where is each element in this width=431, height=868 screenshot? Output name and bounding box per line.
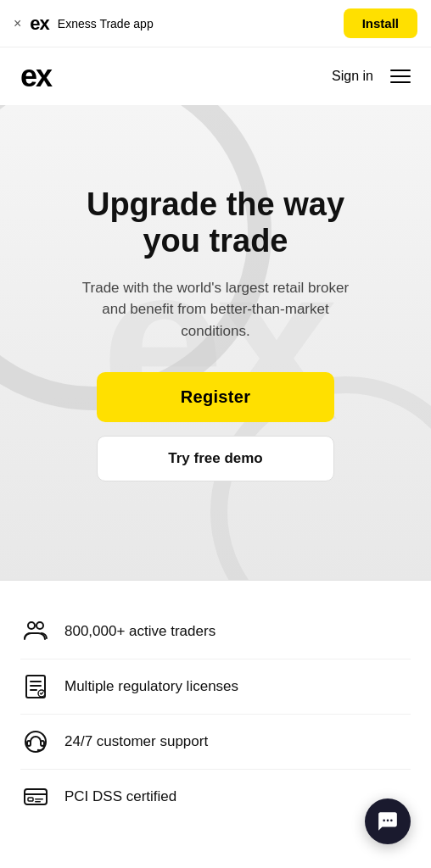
chat-icon — [377, 810, 399, 832]
demo-button[interactable]: Try free demo — [97, 436, 334, 481]
svg-point-0 — [28, 622, 35, 629]
svg-point-17 — [387, 820, 389, 822]
feature-item-licenses: Multiple regulatory licenses — [20, 659, 411, 715]
nav-logo: ex — [20, 61, 51, 92]
close-icon[interactable]: × — [14, 17, 21, 31]
feature-item-pci: PCI DSS certified — [20, 770, 411, 824]
svg-point-10 — [37, 749, 39, 751]
hero-subtitle: Trade with the world's largest retail br… — [71, 277, 360, 342]
app-banner-left: × ex Exness Trade app — [14, 13, 154, 35]
svg-rect-9 — [41, 741, 44, 746]
register-button[interactable]: Register — [97, 372, 334, 422]
svg-point-18 — [390, 820, 393, 822]
features-section: 800,000+ active traders Multiple regulat… — [0, 580, 431, 837]
svg-rect-15 — [35, 801, 41, 803]
traders-icon — [20, 616, 51, 647]
nav-right: Sign in — [332, 69, 411, 84]
hamburger-line-3 — [390, 81, 411, 83]
svg-point-16 — [383, 820, 385, 822]
hamburger-menu-icon[interactable] — [390, 70, 411, 83]
install-button[interactable]: Install — [344, 8, 417, 38]
sign-in-link[interactable]: Sign in — [332, 69, 373, 84]
navbar: ex Sign in — [0, 47, 431, 105]
chat-button[interactable] — [365, 798, 411, 844]
feature-item-traders: 800,000+ active traders — [20, 604, 411, 659]
licenses-text: Multiple regulatory licenses — [64, 678, 238, 695]
svg-rect-14 — [35, 798, 43, 800]
support-text: 24/7 customer support — [64, 733, 208, 750]
banner-title: Exness Trade app — [58, 17, 154, 31]
hamburger-line-2 — [390, 75, 411, 77]
app-banner: × ex Exness Trade app Install — [0, 0, 431, 47]
support-icon — [20, 726, 51, 757]
hamburger-line-1 — [390, 70, 411, 71]
svg-rect-13 — [28, 798, 33, 801]
svg-point-1 — [36, 622, 43, 629]
license-icon — [20, 671, 51, 702]
hero-content: Upgrade the way you trade Trade with the… — [71, 186, 360, 482]
hero-title: Upgrade the way you trade — [71, 186, 360, 260]
hero-section: ex Upgrade the way you trade Trade with … — [0, 105, 431, 580]
feature-item-support: 24/7 customer support — [20, 715, 411, 770]
traders-text: 800,000+ active traders — [64, 623, 216, 640]
pci-text: PCI DSS certified — [64, 788, 176, 805]
svg-rect-8 — [27, 741, 31, 746]
banner-logo: ex — [30, 13, 48, 35]
pci-icon — [20, 782, 51, 812]
